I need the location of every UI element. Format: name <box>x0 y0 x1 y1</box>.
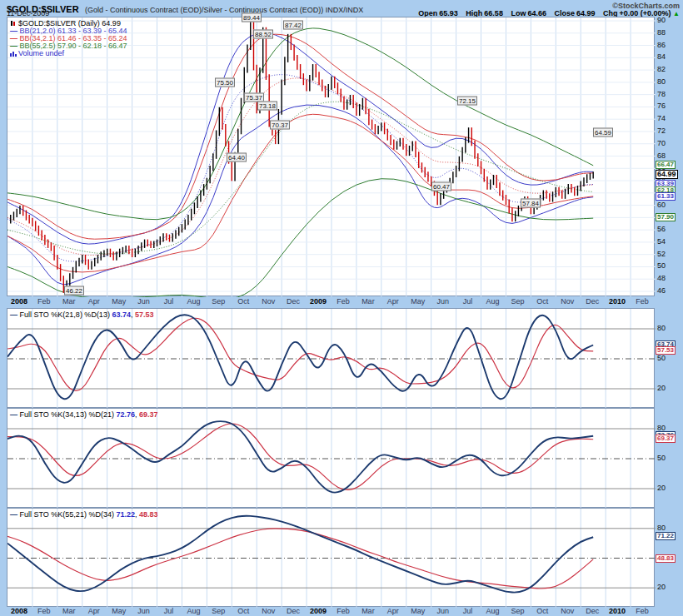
x-tick-label: Jul <box>164 608 174 615</box>
panel-3-y-axis: 80502071.2248.83 <box>656 508 683 607</box>
stoch-value-box: 69.37 <box>656 435 676 443</box>
line-swatch-icon: — <box>10 310 17 319</box>
price-callout: 64.59 <box>593 128 613 137</box>
legend-label: Volume undef <box>18 49 64 57</box>
price-callout: 89.44 <box>242 13 262 22</box>
stoch-k-value-1: 63.74 <box>112 310 131 319</box>
x-axis-top: 2008FebMarAprMayJunJulAugSepOctNovDec200… <box>7 297 655 307</box>
y-tick-label: 74 <box>657 115 666 122</box>
x-tick-label: Feb <box>636 608 649 615</box>
y-tick-label: 50 <box>657 455 666 462</box>
y-tick-label: 80 <box>657 524 666 532</box>
x-tick-label: Jun <box>436 608 449 615</box>
x-axis-bottom: 2008FebMarAprMayJunJulAugSepOctNovDec200… <box>7 607 655 616</box>
main-y-axis: 4648505254565860626466687072747678808284… <box>656 17 683 296</box>
line-swatch-icon: — <box>10 510 17 519</box>
x-tick-label: Sep <box>212 608 225 615</box>
x-tick-label: Feb <box>337 298 350 306</box>
x-tick-label: Dec <box>287 608 300 615</box>
x-tick-label: Sep <box>212 298 225 306</box>
x-tick-label: Jul <box>463 608 473 615</box>
x-tick-label: 2008 <box>11 608 27 615</box>
stoch-d-value-2: 69.37 <box>139 410 158 419</box>
x-tick-label: Nov <box>262 608 275 615</box>
price-value-box: 61.33 <box>656 192 676 201</box>
x-tick-label: Mar <box>62 298 76 306</box>
header-line-1: $GOLD:$SILVER (Gold - Continuous Contrac… <box>7 1 680 9</box>
x-tick-label: May <box>411 298 425 306</box>
x-tick-label: 2009 <box>310 608 327 615</box>
stoch-params-1: Full STO %K(21,8) %D(13) <box>20 310 110 319</box>
panel-2-y-axis: 80502072.7669.37 <box>656 408 683 508</box>
x-tick-label: Mar <box>361 298 375 306</box>
price-callout: 60.47 <box>431 182 451 191</box>
x-tick-label: Jul <box>164 298 174 306</box>
x-tick-label: Oct <box>237 298 249 306</box>
chart-canvas <box>7 309 656 409</box>
y-tick-label: 88 <box>657 29 666 37</box>
x-tick-label: 2010 <box>609 298 626 306</box>
x-tick-label: Feb <box>37 298 51 306</box>
y-tick-label: 78 <box>657 91 666 98</box>
x-tick-label: Dec <box>287 298 300 306</box>
x-tick-label: Nov <box>262 298 275 306</box>
stoch-k-value-2: 72.76 <box>116 410 135 419</box>
price-callout: 73.18 <box>257 102 277 111</box>
x-tick-label: Oct <box>237 608 249 615</box>
x-tick-label: Apr <box>88 608 100 615</box>
y-tick-label: 48 <box>657 275 666 282</box>
y-tick-label: 50 <box>657 355 666 362</box>
stoch-value-box: 57.53 <box>656 346 676 355</box>
x-tick-label: Aug <box>187 608 200 615</box>
y-tick-label: 54 <box>657 238 666 246</box>
y-tick-label: 52 <box>657 251 666 258</box>
y-tick-label: 90 <box>657 17 666 24</box>
stoch-value-box: 71.22 <box>656 532 676 540</box>
x-tick-label: Mar <box>361 608 375 615</box>
chart-canvas <box>7 509 656 608</box>
price-callout: 87.42 <box>283 21 303 30</box>
stockcharts-chart-page: $GOLD:$SILVER (Gold - Continuous Contrac… <box>0 0 683 616</box>
y-tick-label: 80 <box>657 325 666 332</box>
line-swatch-icon: — <box>10 42 17 50</box>
y-tick-label: 56 <box>657 226 666 233</box>
stochastic-panel-1: — Full STO %K(21,8) %D(13) 63.74, 57.53 <box>7 308 655 408</box>
x-tick-label: Sep <box>511 608 524 615</box>
x-tick-label: Oct <box>536 298 548 306</box>
price-callout: 75.50 <box>215 78 235 87</box>
x-tick-label: May <box>112 608 126 615</box>
price-value-box: 64.99 <box>656 170 678 179</box>
y-tick-label: 20 <box>657 385 666 392</box>
x-tick-label: 2010 <box>609 608 626 615</box>
main-price-chart: $GOLD:$SILVER (Daily) 64.99— BB(21,2.0) … <box>7 17 655 296</box>
stoch-params-2: Full STO %K(34,13) %D(21) <box>20 410 114 419</box>
price-callout: 88.52 <box>253 30 273 39</box>
y-tick-label: 20 <box>657 584 666 591</box>
stochastic-panel-2: — Full STO %K(34,13) %D(21) 72.76, 69.37 <box>7 408 655 508</box>
legend-row: Volume undef <box>10 50 64 57</box>
stoch-params-3: Full STO %K(55,21) %D(34) <box>20 510 114 519</box>
y-tick-label: 46 <box>657 287 666 295</box>
stoch-d-value-3: 48.83 <box>139 510 158 519</box>
x-tick-label: Feb <box>636 298 649 306</box>
y-tick-label: 20 <box>657 484 666 492</box>
panel-1-y-axis: 80502063.7457.53 <box>656 308 683 408</box>
y-tick-label: 68 <box>657 152 666 160</box>
y-tick-label: 86 <box>657 42 666 49</box>
y-tick-label: 82 <box>657 66 666 73</box>
x-tick-label: Nov <box>561 608 574 615</box>
stoch-legend-2: — Full STO %K(34,13) %D(21) 72.76, 69.37 <box>10 410 158 419</box>
price-callout: 72.15 <box>457 97 477 106</box>
chart-canvas <box>7 409 656 509</box>
price-callout: 70.37 <box>270 121 290 130</box>
stoch-d-value-1: 57.53 <box>135 310 154 319</box>
price-value-box: 66.47 <box>656 161 676 169</box>
y-tick-label: 50 <box>657 262 666 270</box>
x-tick-label: Dec <box>586 608 599 615</box>
y-tick-label: 72 <box>657 127 666 135</box>
x-tick-label: Nov <box>561 298 574 306</box>
x-tick-label: Feb <box>37 608 51 615</box>
y-tick-label: 80 <box>657 78 666 86</box>
x-tick-label: Oct <box>536 608 548 615</box>
x-tick-label: Aug <box>486 298 499 306</box>
